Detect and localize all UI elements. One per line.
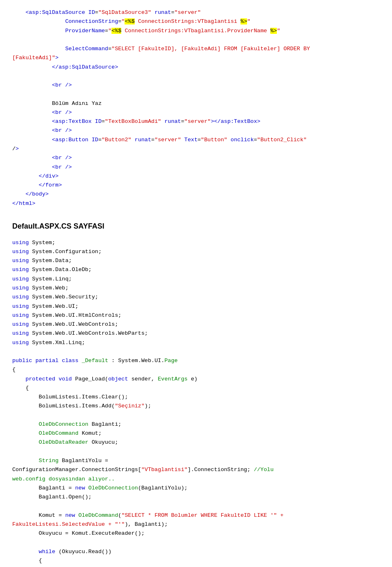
cs-code-block: using System; using System.Configuration… xyxy=(12,238,380,567)
code-viewer: <asp:SqlDataSource ID="SqlDataSource3" r… xyxy=(12,8,380,567)
section-title: Default.ASPX.CS SAYFASI xyxy=(12,220,380,232)
aspx-code-block: <asp:SqlDataSource ID="SqlDataSource3" r… xyxy=(12,8,380,208)
